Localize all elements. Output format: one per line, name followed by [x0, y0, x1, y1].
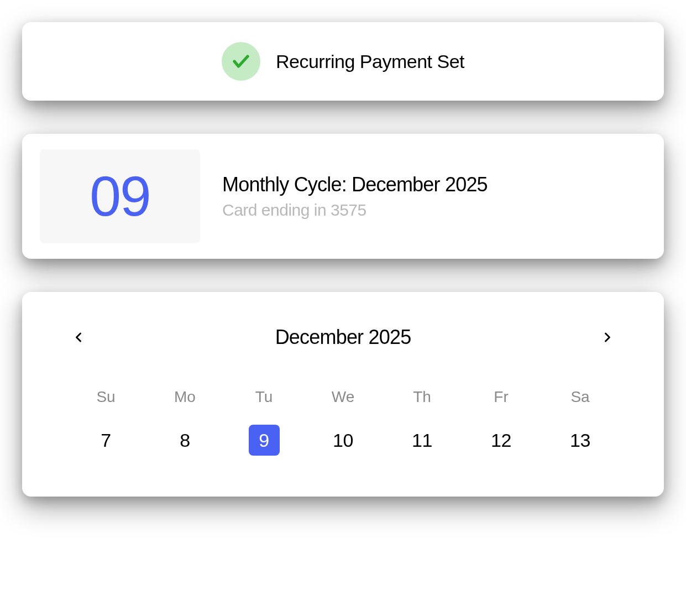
next-month-button[interactable] [595, 325, 620, 349]
selected-day-box: 09 [40, 149, 200, 243]
day-button[interactable]: 11 [407, 425, 438, 456]
weekday-label: Fr [462, 388, 541, 406]
status-card: Recurring Payment Set [22, 22, 664, 101]
weekday-label: Sa [541, 388, 620, 406]
weekday-label: Mo [145, 388, 224, 406]
selected-day-number: 09 [90, 164, 150, 229]
cycle-info: Monthly Cycle: December 2025 Card ending… [222, 173, 488, 220]
day-button[interactable]: 8 [170, 425, 201, 456]
weekday-label: Tu [224, 388, 303, 406]
cycle-card: 09 Monthly Cycle: December 2025 Card end… [22, 134, 664, 259]
day-button-selected[interactable]: 9 [249, 425, 280, 456]
calendar-header: December 2025 [66, 325, 620, 349]
weekday-label: Su [66, 388, 145, 406]
day-button[interactable]: 10 [328, 425, 359, 456]
weekday-row: Su Mo Tu We Th Fr Sa [66, 388, 620, 406]
weekday-label: Th [383, 388, 462, 406]
day-button[interactable]: 7 [91, 425, 122, 456]
status-label: Recurring Payment Set [276, 51, 464, 72]
chevron-right-icon [600, 330, 615, 345]
prev-month-button[interactable] [66, 325, 91, 349]
calendar-card: December 2025 Su Mo Tu We Th Fr Sa 7 8 9… [22, 292, 664, 497]
success-icon [222, 42, 260, 81]
month-label: December 2025 [275, 326, 411, 349]
cycle-subtitle: Card ending in 3575 [222, 201, 488, 220]
day-button[interactable]: 12 [486, 425, 517, 456]
cycle-title: Monthly Cycle: December 2025 [222, 173, 488, 196]
weekday-label: We [303, 388, 383, 406]
chevron-left-icon [71, 330, 86, 345]
days-row: 7 8 9 10 11 12 13 [66, 422, 620, 458]
day-button[interactable]: 13 [565, 425, 596, 456]
